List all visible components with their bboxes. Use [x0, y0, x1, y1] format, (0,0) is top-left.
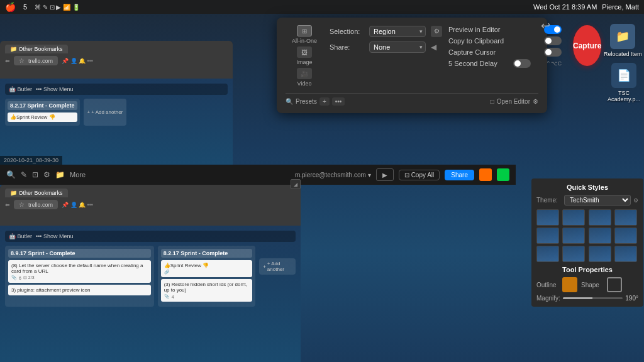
trello-col-sprint-lower-1: 8.9.17 Sprint - Complete (8) Let the ser… — [5, 246, 154, 307]
snagit-mode-allinone[interactable]: ⊞ All-in-One — [286, 25, 323, 44]
toggle-delay-row: 5 Second Delay ⌃⌥C — [448, 59, 562, 68]
toolbar-icons-top: 📌 👤 🔔 ••• — [62, 58, 93, 64]
show-menu-button-lower[interactable]: ••• Show Menu — [36, 233, 73, 239]
card-meta-4: 📎 4 — [164, 294, 250, 299]
butler-button-top[interactable]: 🤖 Butler — [9, 86, 32, 92]
toggle-cursor[interactable] — [544, 48, 562, 57]
bookmarks-icon-top: 📁 — [10, 46, 17, 52]
magnify-label: Magnify: — [536, 295, 560, 302]
presets-more-button[interactable]: ••• — [332, 97, 345, 106]
trello-col-sprint-lower-2: 8.2.17 Sprint - Complete 👍Sprint Review … — [158, 246, 256, 307]
trello-card-attachment-preview[interactable]: 3) plugins: attachment preview icon — [8, 285, 151, 295]
toggle-cursor-row: Capture Cursor — [448, 48, 562, 57]
address-text: trello.com — [28, 58, 53, 64]
menubar-user: Pierce, Matt — [602, 3, 639, 11]
share-select-wrapper: None Clipboard Email — [369, 41, 426, 53]
shape-box[interactable] — [607, 277, 622, 292]
toolbar-folder-icon[interactable]: 📁 — [55, 170, 65, 179]
qs-thumb-8[interactable] — [614, 228, 637, 244]
share-select[interactable]: None Clipboard Email — [369, 41, 426, 53]
snagit-mode-image[interactable]: 🖼 Image — [286, 47, 323, 65]
qs-thumb-6[interactable] — [562, 228, 585, 244]
copy-icon: ⊡ — [404, 172, 409, 178]
trello-card-sprint-review-top[interactable]: 👍Sprint Review 👎 — [8, 112, 77, 122]
qs-thumb-7[interactable] — [589, 228, 611, 244]
theme-more-icon: ⚙ — [633, 197, 638, 204]
qs-thumb-11[interactable] — [589, 246, 611, 262]
resize-handle[interactable]: ◢ — [291, 179, 301, 189]
toggle-clipboard[interactable] — [544, 36, 562, 45]
menubar-left: 🍎 5 ⌘ ✎ ⊡ ▶ 📶 🔋 — [5, 2, 80, 12]
magnify-slider[interactable] — [563, 297, 623, 299]
star-icon-lower: ☆ — [19, 201, 25, 208]
toolbar-search-icon[interactable]: 🔍 — [6, 170, 16, 179]
share-button[interactable]: Share — [445, 170, 474, 180]
qs-thumb-3[interactable] — [589, 209, 611, 226]
capture-button[interactable]: Capture — [573, 25, 601, 66]
toggle-delay[interactable] — [513, 59, 531, 68]
qs-thumb-1[interactable] — [536, 209, 559, 226]
plus-icon-top: + — [87, 109, 91, 115]
add-another-button-top[interactable]: + + Add another — [84, 99, 127, 126]
desktop-item-tsc[interactable]: 📄 TSC Academy.p... — [604, 63, 644, 102]
qs-thumb-9[interactable] — [536, 246, 559, 262]
browser-content-lower: 🤖 Butler ••• Show Menu 8.9.17 Sprint - C… — [0, 226, 301, 362]
toolbar-settings-icon[interactable]: ⚙ — [43, 170, 50, 179]
trello-card-short-ids[interactable]: (3) Restore hidden short ids (or don't, … — [161, 279, 253, 302]
address-bar-lower[interactable]: ☆ trello.com — [14, 200, 58, 209]
add-another-button-lower[interactable]: + + Add another — [259, 258, 296, 275]
browser-tab-bookmarks-top[interactable]: 📁 Other Bookmarks — [5, 45, 68, 53]
quick-styles-title: Quick Styles — [536, 184, 638, 191]
theme-select[interactable]: TechSmith — [564, 195, 631, 206]
copy-all-button[interactable]: ⊡ Copy All — [399, 170, 440, 180]
more-button[interactable]: More — [70, 171, 86, 178]
menubar-time: Wed Oct 21 8:39 AM — [533, 3, 597, 11]
show-menu-button-top[interactable]: ••• Show Menu — [36, 86, 73, 92]
snagit-undo-button[interactable]: ↩ — [541, 19, 550, 33]
browser-tabs-top: 📁 Other Bookmarks — [5, 45, 228, 53]
snagit-bottom-bar: 🔍 Presets + ••• □ Open Editor ⚙ — [286, 93, 538, 106]
menubar-app: 5 — [23, 3, 27, 11]
selection-select-wrapper: Region Window Full Screen — [369, 25, 426, 37]
selection-gear-button[interactable]: ⚙ — [431, 26, 442, 37]
green-action-button[interactable] — [497, 168, 509, 181]
qs-thumb-2[interactable] — [562, 209, 585, 226]
image-label: Image — [296, 59, 312, 65]
date-label: 2020-10-21_08-39-30 — [0, 156, 62, 165]
menubar: 🍎 5 ⌘ ✎ ⊡ ▶ 📶 🔋 Wed Oct 21 8:39 AM Pierc… — [0, 0, 644, 14]
tsc-label: TSC Academy.p... — [604, 90, 644, 102]
qs-thumb-5[interactable] — [536, 228, 559, 244]
desktop-item-relocated[interactable]: 📁 Relocated Item — [604, 24, 642, 57]
qs-thumb-12[interactable] — [614, 246, 637, 262]
presets-add-button[interactable]: + — [319, 97, 330, 106]
magnify-value: 190° — [625, 295, 638, 302]
selection-select[interactable]: Region Window Full Screen — [369, 26, 426, 37]
qs-thumb-10[interactable] — [562, 246, 585, 262]
back-button[interactable]: ⬅ — [5, 58, 10, 64]
trello-card-server-name[interactable]: (8) Let the server choose the default na… — [8, 260, 151, 283]
toolbar-edit-icon[interactable]: ✎ — [21, 170, 27, 179]
address-text-lower: trello.com — [28, 202, 53, 208]
orange-action-button[interactable] — [479, 168, 492, 181]
browser-top-window: 📁 Other Bookmarks ⬅ ☆ trello.com 📌 👤 🔔 •… — [0, 41, 233, 170]
qs-thumb-4[interactable] — [614, 209, 637, 226]
trello-col-sprint-top: 8.2.17 Sprint - Complete 👍Sprint Review … — [5, 99, 80, 126]
back-button-lower[interactable]: ⬅ — [5, 202, 10, 208]
page-toolbar-top: 🤖 Butler ••• Show Menu — [5, 84, 228, 95]
snagit-top-section: ⊞ All-in-One 🖼 Image 🎥 Video Selection: … — [286, 25, 538, 87]
butler-button-lower[interactable]: 🤖 Butler — [9, 233, 32, 239]
outline-box[interactable] — [562, 277, 577, 292]
relocated-label: Relocated Item — [604, 51, 642, 57]
play-button[interactable]: ▶ — [376, 168, 394, 181]
snagit-mode-video[interactable]: 🎥 Video — [286, 68, 323, 87]
trello-card-sprint-review-lower[interactable]: 👍Sprint Review 👎 🔗 — [161, 260, 253, 277]
address-bar-top[interactable]: ☆ trello.com — [14, 56, 58, 65]
toolbar-crop-icon[interactable]: ⊡ — [32, 170, 38, 179]
open-editor-button[interactable]: □ Open Editor ⚙ — [491, 98, 538, 105]
allinone-label: All-in-One — [292, 38, 317, 44]
share-row: Share: None Clipboard Email ◀ — [330, 41, 442, 53]
browser-tab-bookmarks-lower[interactable]: 📁 Other Bookmarks — [5, 189, 68, 197]
toolbar-icons-lower: 📌 👤 🔔 ••• — [62, 202, 93, 208]
user-email[interactable]: m.pierce@techsmith.com ▾ — [295, 172, 371, 178]
image-icon: 🖼 — [297, 47, 312, 58]
